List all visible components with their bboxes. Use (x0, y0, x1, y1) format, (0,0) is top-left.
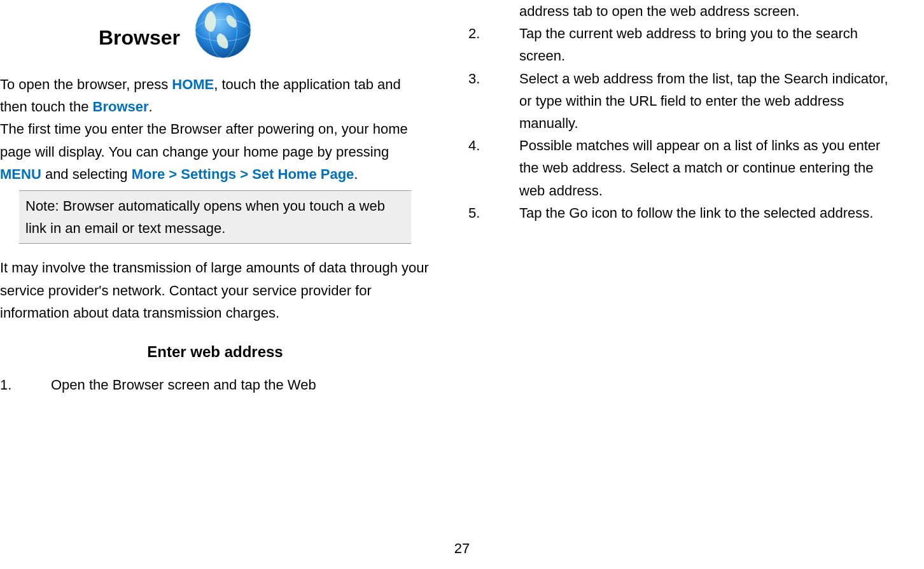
step-text: Possible matches will appear on a list o… (519, 134, 899, 202)
section-title: Browser (99, 22, 180, 60)
intro-paragraph-1: To open the browser, press HOME, touch t… (0, 73, 430, 118)
step-number: 4. (468, 134, 519, 202)
text: . (149, 99, 153, 115)
step-number: 1. (0, 374, 51, 396)
home-keyword: HOME (172, 76, 214, 92)
enter-web-address-heading: Enter web address (0, 340, 430, 364)
step-number: 3. (468, 67, 519, 135)
step-number: 2. (468, 22, 519, 67)
step-text: Tap the Go icon to follow the link to th… (519, 202, 899, 224)
data-charges-paragraph: It may involve the transmission of large… (0, 256, 430, 324)
list-item: address tab to open the web address scre… (468, 0, 899, 22)
step-number (468, 0, 519, 22)
text: To open the browser, press (0, 76, 172, 92)
page-container: Browser To open the browser (0, 0, 924, 569)
step-text: address tab to open the web address scre… (519, 0, 899, 22)
note-text: Note: Browser automatically opens when y… (25, 198, 385, 236)
step-text: Select a web address from the list, tap … (519, 67, 899, 135)
intro-paragraph-2: The first time you enter the Browser aft… (0, 118, 430, 185)
globe-icon (193, 0, 253, 60)
step-text: Tap the current web address to bring you… (519, 22, 899, 67)
list-item: 1. Open the Browser screen and tap the W… (0, 374, 430, 396)
list-item: 3. Select a web address from the list, t… (468, 67, 899, 135)
list-item: 2. Tap the current web address to bring … (468, 22, 899, 67)
settings-path-keyword: More > Settings > Set Home Page (132, 166, 354, 182)
right-column: address tab to open the web address scre… (456, 0, 924, 569)
left-column: Browser To open the browser (0, 0, 456, 569)
list-item: 4. Possible matches will appear on a lis… (468, 134, 899, 202)
page-number: 27 (454, 537, 470, 559)
step-text: Open the Browser screen and tap the Web (51, 374, 430, 396)
text: and selecting (41, 166, 132, 182)
text: . (354, 166, 358, 182)
menu-keyword: MENU (0, 166, 41, 182)
browser-keyword: Browser (93, 99, 149, 115)
header-row: Browser (0, 0, 430, 60)
text: The first time you enter the Browser aft… (0, 121, 408, 159)
steps-list-left: 1. Open the Browser screen and tap the W… (0, 374, 430, 396)
list-item: 5. Tap the Go icon to follow the link to… (468, 202, 899, 224)
step-number: 5. (468, 202, 519, 224)
steps-list-right: address tab to open the web address scre… (468, 0, 899, 224)
note-box: Note: Browser automatically opens when y… (19, 190, 411, 244)
